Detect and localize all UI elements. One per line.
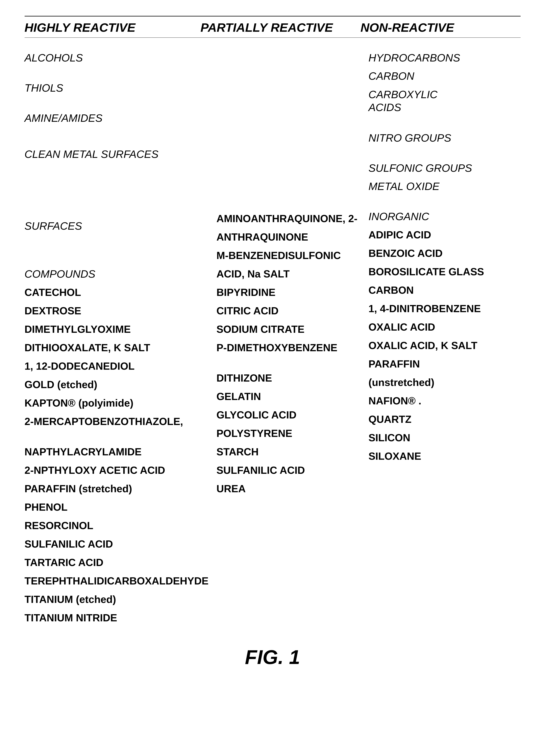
content-table: ALCOHOLS THIOLS AMINE/AMIDES CLEAN METAL… xyxy=(25,46,521,630)
label-compounds: COMPOUNDS xyxy=(25,268,208,280)
item-npthyloxy: 2-NPTHYLOXY ACETIC ACID xyxy=(25,464,208,477)
item-kapton: KAPTON® (polyimide) xyxy=(25,397,208,410)
item-catechol: CATECHOL xyxy=(25,286,208,299)
item-benzenedisulfonic: M-BENZENEDISULFONIC xyxy=(216,249,361,262)
item-dodecanediol: 1, 12-DODECANEDIOL xyxy=(25,360,208,373)
item-benzoic-acid: BENZOIC ACID xyxy=(369,247,512,260)
label-carboxylic: CARBOXYLICACIDS xyxy=(369,88,512,114)
item-dextrose: DEXTROSE xyxy=(25,304,208,317)
item-sulfanilic-acid-2: SULFANILIC ACID xyxy=(216,464,361,477)
spacer xyxy=(25,130,208,142)
label-amineamides: AMINE/AMIDES xyxy=(25,112,208,124)
item-dithiooxalate: DITHIOOXALATE, K SALT xyxy=(25,341,208,354)
spacer xyxy=(216,165,361,177)
item-adipic-acid: ADIPIC ACID xyxy=(369,228,512,241)
item-dithizone: DITHIZONE xyxy=(216,372,361,385)
label-inorganic: INORGANIC xyxy=(369,210,512,223)
label-alcohols: ALCOHOLS xyxy=(25,52,208,64)
spacer xyxy=(216,81,361,93)
item-unstretched: (unstretched) xyxy=(369,376,512,389)
page-container: HIGHLY REACTIVE PARTIALLY REACTIVE NON-R… xyxy=(25,16,521,669)
item-acid-na-salt: ACID, Na SALT xyxy=(216,268,361,280)
label-sulfonic: SULFONIC GROUPS xyxy=(369,162,512,174)
spacer xyxy=(216,200,361,212)
item-sulfanilic: SULFANILIC ACID xyxy=(25,538,208,551)
item-pdimethoxybenzene: P-DIMETHOXYBENZENE xyxy=(216,341,361,354)
spacer xyxy=(25,190,208,202)
spacer xyxy=(216,105,361,117)
item-oxalic-acid: OXALIC ACID xyxy=(369,321,512,334)
item-quartz: QUARTZ xyxy=(369,413,512,426)
spacer xyxy=(216,141,361,153)
item-mercaptobenzothiazole: 2-MERCAPTOBENZOTHIAZOLE, xyxy=(25,415,208,428)
item-nafion: NAFION® . xyxy=(369,394,512,407)
item-paraffin-stretched: PARAFFIN (stretched) xyxy=(25,482,208,495)
item-titanium-etched: TITANIUM (etched) xyxy=(25,593,208,606)
item-oxalic-acid-k: OXALIC ACID, K SALT xyxy=(369,339,512,352)
item-gelatin: GELATIN xyxy=(216,390,361,403)
item-starch: STARCH xyxy=(216,445,361,458)
item-tartaric: TARTARIC ACID xyxy=(25,556,208,569)
label-carbon: CARBON xyxy=(369,70,512,82)
spacer xyxy=(369,120,512,126)
item-sodium-citrate: SODIUM CITRATE xyxy=(216,323,361,336)
label-metal-oxide: METAL OXIDE xyxy=(369,180,512,192)
spacer xyxy=(216,93,361,105)
spacer xyxy=(25,70,208,76)
spacer xyxy=(216,46,361,58)
header-row: HIGHLY REACTIVE PARTIALLY REACTIVE NON-R… xyxy=(25,16,521,38)
item-dinitrobenzene: 1, 4-DINITROBENZENE xyxy=(369,302,512,315)
item-phenol: PHENOL xyxy=(25,501,208,514)
figure-caption: FIG. 1 xyxy=(25,646,521,669)
column-non-reactive: HYDROCARBONS CARBON CARBOXYLICACIDS NITR… xyxy=(369,46,520,630)
item-paraffin: PARAFFIN xyxy=(369,358,512,370)
item-carbon: CARBON xyxy=(369,284,512,297)
header-col1: HIGHLY REACTIVE xyxy=(25,20,200,35)
header-col3: NON-REACTIVE xyxy=(361,20,520,35)
spacer xyxy=(25,238,208,250)
spacer xyxy=(216,117,361,129)
column-highly-reactive: ALCOHOLS THIOLS AMINE/AMIDES CLEAN METAL… xyxy=(25,46,216,630)
item-borosilicate: BOROSILICATE GLASS xyxy=(369,265,512,278)
item-dimethylglyoxime: DIMETHYLGLYOXIME xyxy=(25,323,208,336)
spacer xyxy=(25,166,208,178)
label-nitro: NITRO GROUPS xyxy=(369,132,512,144)
item-titanium-nitride: TITANIUM NITRIDE xyxy=(25,611,208,624)
spacer xyxy=(216,58,361,69)
spacer xyxy=(216,153,361,165)
item-polystyrene: POLYSTYRENE xyxy=(216,427,361,440)
label-hydrocarbons: HYDROCARBONS xyxy=(369,52,512,64)
item-napthylacrylamide: NAPTHYLACRYLAMIDE xyxy=(25,445,208,458)
spacer xyxy=(216,177,361,188)
spacer xyxy=(25,178,208,190)
column-partially-reactive: AMINOANTHRAQUINONE, 2- ANTHRAQUINONE M-B… xyxy=(216,46,369,630)
item-bipyridine: BIPYRIDINE xyxy=(216,286,361,299)
item-urea: UREA xyxy=(216,482,361,495)
header-col2: PARTIALLY REACTIVE xyxy=(200,20,361,35)
spacer xyxy=(25,434,208,445)
item-silicon: SILICON xyxy=(369,431,512,444)
label-clean-metal: CLEAN METAL SURFACES xyxy=(25,148,208,160)
item-gold: GOLD (etched) xyxy=(25,378,208,391)
item-siloxane: SILOXANE xyxy=(369,450,512,463)
spacer xyxy=(216,129,361,141)
spacer xyxy=(216,188,361,200)
spacer xyxy=(216,69,361,81)
item-terephthal: TEREPHTHALIDICARBOXALDEHYDE xyxy=(25,575,208,587)
label-thiols: THIOLS xyxy=(25,82,208,94)
spacer xyxy=(25,250,208,262)
spacer xyxy=(369,150,512,156)
item-glycolic-acid: GLYCOLIC ACID xyxy=(216,409,361,421)
spacer xyxy=(25,100,208,106)
item-resorcinol: RESORCINOL xyxy=(25,519,208,532)
label-surfaces: SURFACES xyxy=(25,220,208,232)
spacer xyxy=(216,360,361,372)
spacer xyxy=(369,198,512,204)
item-anthraquinone: ANTHRAQUINONE xyxy=(216,231,361,244)
item-aminoanthraquinone: AMINOANTHRAQUINONE, 2- xyxy=(216,212,361,225)
spacer xyxy=(25,202,208,214)
item-citric-acid: CITRIC ACID xyxy=(216,304,361,317)
